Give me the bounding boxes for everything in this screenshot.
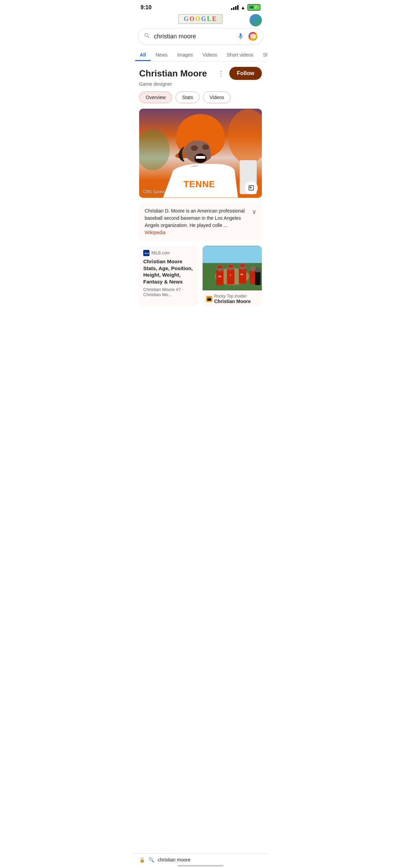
card-milb-title: Christian Moore Stats, Age, Position, He… [143,258,194,285]
svg-rect-32 [255,272,260,285]
svg-point-33 [255,267,260,273]
mic-icon[interactable] [236,32,245,41]
svg-text:7: 7 [230,274,231,277]
card-milb-source: MLB MiLB.com [143,250,194,256]
status-time: 9:10 [141,4,151,11]
svg-rect-20 [217,266,222,268]
avatar[interactable] [250,14,262,26]
rocky-top-source-icon: 🏔 [206,296,212,302]
image-source-label: CBS Sports [143,190,165,194]
card-milb[interactable]: MLB MiLB.com Christian Moore Stats, Age,… [139,246,198,306]
milb-source-icon: MLB [143,250,149,256]
google-header: GOOGLE [134,13,267,27]
tab-videos[interactable]: Videos [198,49,222,61]
tab-images[interactable]: Images [172,49,198,61]
svg-point-0 [252,35,254,37]
svg-rect-28 [240,264,245,267]
svg-point-7 [191,145,198,151]
tab-all[interactable]: All [135,49,151,61]
svg-rect-16 [203,246,262,263]
svg-point-31 [250,266,256,272]
signal-icon [231,5,239,10]
pill-stats[interactable]: Stats [175,92,199,103]
entity-subtitle: Game designer [139,81,262,87]
tab-shopping[interactable]: Sho... [258,49,267,61]
pill-overview[interactable]: Overview [139,92,172,103]
search-bar[interactable]: christian moore [138,28,263,45]
milb-source-name: MiLB.com [151,251,170,255]
card-rocky-top[interactable]: 45 7 44 [203,246,262,306]
svg-rect-24 [228,265,233,267]
image-expand-button[interactable] [245,181,258,194]
main-content: Christian Moore ⋮ Follow Game designer O… [134,61,267,306]
search-query[interactable]: christian moore [154,33,233,40]
svg-rect-26 [239,268,246,284]
card-milb-text: MLB MiLB.com Christian Moore Stats, Age,… [139,246,198,301]
lens-icon[interactable] [248,32,257,41]
search-tabs: All News Images Videos Short videos Sho.… [134,49,267,61]
card-milb-desc: Christian Moore #7 · Christian Mo... [143,287,194,297]
entity-pills: Overview Stats Videos [139,92,262,103]
search-icon [144,32,150,41]
svg-text:MLB: MLB [145,252,149,254]
follow-button[interactable]: Follow [229,67,262,80]
wifi-icon: ▲ [241,5,245,10]
google-logo: GOOGLE [178,14,223,24]
svg-rect-6 [196,156,205,159]
entity-name: Christian Moore [139,68,207,79]
wikipedia-link[interactable]: Wikipedia [145,230,166,235]
main-image-visual: TENNE [139,109,262,198]
entity-header: Christian Moore ⋮ Follow [139,67,262,80]
pill-videos[interactable]: Videos [203,92,231,103]
svg-point-8 [202,144,209,150]
cards-row: MLB MiLB.com Christian Moore Stats, Age,… [139,246,262,306]
description-box[interactable]: Christian D. Moore is an American profes… [139,203,262,241]
status-icons: ▲ 56⚡ [231,4,260,11]
tab-news[interactable]: News [151,49,172,61]
expand-description-button[interactable]: ∨ [252,208,256,216]
main-image[interactable]: TENNE CBS Sports [139,109,262,198]
card-rocky-top-image: 45 7 44 [203,246,262,290]
description-text: Christian D. Moore is an American profes… [145,207,248,236]
card-rocky-top-bottom: 🏔 Rocky Top Insider Christian Moore [203,290,262,306]
svg-text:TENNE: TENNE [183,179,215,189]
entity-actions: ⋮ Follow [216,67,262,80]
tab-short-videos[interactable]: Short videos [222,49,258,61]
status-bar: 9:10 ▲ 56⚡ [134,0,267,13]
svg-rect-22 [227,269,234,284]
svg-text:45: 45 [218,275,221,278]
card-rocky-top-title: Christian Moore [214,299,251,304]
svg-text:44: 44 [240,273,243,276]
card-rocky-top-source-name: Rocky Top Insider Christian Moore [214,294,251,304]
more-options-button[interactable]: ⋮ [216,68,226,79]
battery-indicator: 56⚡ [247,4,260,11]
